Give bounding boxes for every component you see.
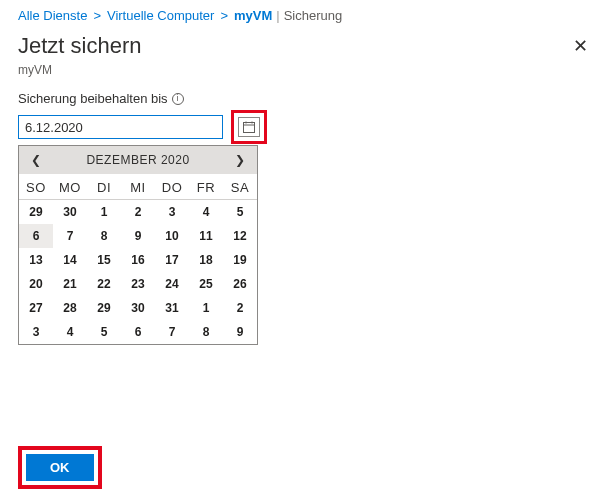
retain-until-label-text: Sicherung beibehalten bis [18,91,168,106]
breadcrumb-current[interactable]: myVM | Sicherung [234,8,342,23]
calendar-day[interactable]: 18 [189,248,223,272]
calendar-day[interactable]: 23 [121,272,155,296]
calendar-day[interactable]: 12 [223,224,257,248]
calendar-day[interactable]: 17 [155,248,189,272]
calendar-day[interactable]: 2 [223,296,257,320]
highlight-ok-button: OK [18,446,102,489]
calendar-day[interactable]: 29 [87,296,121,320]
calendar-day[interactable]: 27 [19,296,53,320]
calendar-dow: FR [189,174,223,200]
calendar-day[interactable]: 20 [19,272,53,296]
calendar-month-label: DEZEMBER 2020 [86,153,189,167]
calendar-dow: SA [223,174,257,200]
calendar-day[interactable]: 7 [155,320,189,344]
breadcrumb-section: Sicherung [284,8,343,23]
calendar-day[interactable]: 28 [53,296,87,320]
svg-rect-0 [244,123,255,133]
calendar-day[interactable]: 8 [189,320,223,344]
calendar-dow: MI [121,174,155,200]
calendar-dow: DI [87,174,121,200]
date-picker-popup: ❮ DEZEMBER 2020 ❯ SOMODIMIDOFRSA 2930123… [18,145,258,345]
calendar-day[interactable]: 22 [87,272,121,296]
calendar-day[interactable]: 4 [189,200,223,225]
calendar-day[interactable]: 9 [121,224,155,248]
calendar-day[interactable]: 29 [19,200,53,225]
calendar-day[interactable]: 6 [19,224,53,248]
breadcrumb-vm-name: myVM [234,8,272,23]
page-subtitle: myVM [0,63,612,91]
info-icon[interactable]: i [172,93,184,105]
calendar-dow: SO [19,174,53,200]
calendar-dow: DO [155,174,189,200]
calendar-icon [243,121,255,133]
calendar-day[interactable]: 25 [189,272,223,296]
calendar-day[interactable]: 3 [19,320,53,344]
calendar-dow: MO [53,174,87,200]
calendar-day[interactable]: 16 [121,248,155,272]
breadcrumb-pipe: | [274,8,281,23]
breadcrumb-separator: > [93,8,101,23]
calendar-day[interactable]: 5 [87,320,121,344]
calendar-day[interactable]: 9 [223,320,257,344]
calendar-day[interactable]: 24 [155,272,189,296]
prev-month-button[interactable]: ❮ [27,151,45,169]
calendar-day[interactable]: 6 [121,320,155,344]
ok-button[interactable]: OK [26,454,94,481]
calendar-day[interactable]: 1 [87,200,121,225]
calendar-day[interactable]: 8 [87,224,121,248]
next-month-button[interactable]: ❯ [231,151,249,169]
calendar-day[interactable]: 1 [189,296,223,320]
calendar-day[interactable]: 26 [223,272,257,296]
calendar-day[interactable]: 21 [53,272,87,296]
calendar-day[interactable]: 7 [53,224,87,248]
calendar-day[interactable]: 13 [19,248,53,272]
calendar-day[interactable]: 10 [155,224,189,248]
calendar-day[interactable]: 31 [155,296,189,320]
retain-until-label: Sicherung beibehalten bis i [0,91,612,110]
highlight-calendar-button [231,110,267,144]
calendar-day[interactable]: 4 [53,320,87,344]
calendar-day[interactable]: 15 [87,248,121,272]
calendar-grid: SOMODIMIDOFRSA 2930123456789101112131415… [19,174,257,344]
calendar-day[interactable]: 30 [53,200,87,225]
close-icon[interactable]: ✕ [567,29,594,63]
page-title: Jetzt sichern [18,33,142,59]
breadcrumb: Alle Dienste > Virtuelle Computer > myVM… [0,0,612,27]
breadcrumb-all-services[interactable]: Alle Dienste [18,8,87,23]
open-calendar-button[interactable] [238,117,260,137]
calendar-day[interactable]: 3 [155,200,189,225]
calendar-day[interactable]: 2 [121,200,155,225]
calendar-day[interactable]: 14 [53,248,87,272]
calendar-day[interactable]: 30 [121,296,155,320]
breadcrumb-virtual-computers[interactable]: Virtuelle Computer [107,8,214,23]
breadcrumb-separator: > [220,8,228,23]
calendar-day[interactable]: 5 [223,200,257,225]
retain-until-input[interactable] [18,115,223,139]
calendar-day[interactable]: 11 [189,224,223,248]
calendar-day[interactable]: 19 [223,248,257,272]
